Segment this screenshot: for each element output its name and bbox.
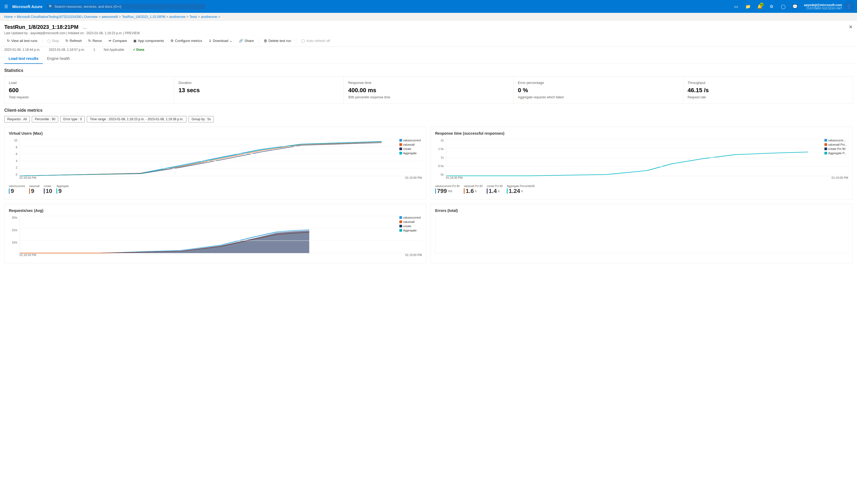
filter-requests[interactable]: Requests : All <box>4 116 30 122</box>
filter-percentile[interactable]: Percentile : 90 <box>32 116 58 122</box>
summary-col4: Not Applicable <box>104 48 124 52</box>
breadcrumb-cloud-testing[interactable]: Microsoft.CloudNativeTesting167321015428… <box>17 15 98 19</box>
stat-error-label: Error percentage <box>518 81 679 85</box>
stats-row: Load 600 Total requests Duration 13 secs… <box>0 76 857 108</box>
auto-refresh-button[interactable]: ◯ Auto refresh off <box>298 37 333 44</box>
breadcrumb-testrun[interactable]: TestRun_1/8/2023_1:15:26PM <box>122 15 165 19</box>
search-bar[interactable]: 🔍 <box>46 3 206 10</box>
directory-icon[interactable]: 📁 <box>743 2 753 11</box>
app-components-button[interactable]: ▣ App components <box>131 37 167 44</box>
toolbar: ↻ View all test runs ▢ Stop ↻ Refresh ↻ … <box>0 35 857 47</box>
vu-metric-valuescurrent: valuescurrent 9 <box>9 185 25 195</box>
chart-virtual-users-title: Virtual Users (Max) <box>9 131 422 135</box>
notification-badge: 13 <box>760 3 763 6</box>
auto-refresh-icon: ◯ <box>301 39 305 43</box>
delete-icon: 🗑 <box>264 39 267 43</box>
chart-rt-legend: valuescurre... valuesall Pct... create P… <box>824 139 847 155</box>
summary-row: 2023-01-08, 1:18:44 p.m. 2023-01-08, 1:1… <box>0 47 857 54</box>
rerun-icon: ↻ <box>88 39 91 43</box>
vu-metric-aggregate: Aggregate 9 <box>56 185 69 195</box>
chart-rps-y-labels: 20/s 15/s 10/s <box>9 216 18 253</box>
cloud-shell-icon[interactable]: ▭ <box>732 2 741 11</box>
rerun-button[interactable]: ↻ Rerun <box>85 37 104 44</box>
view-all-button[interactable]: ↻ View all test runs <box>4 37 40 44</box>
user-name: aayodeji@microsoft.com <box>804 3 842 7</box>
search-input[interactable] <box>54 4 203 9</box>
filter-error-type[interactable]: Error type : 0 <box>61 116 85 122</box>
nav-icons: ▭ 📁 🔔 13 ⚙ ◯ 💬 aayodeji@microsoft.com CU… <box>732 2 854 11</box>
filter-group-by[interactable]: Group by : 5s <box>189 116 214 122</box>
download-button[interactable]: ⇓ Download ⌄ <box>206 37 235 44</box>
chart-response-time-area: 2s 1.5s 1s 0.5s 0s <box>435 139 848 182</box>
chart-virtual-users-area: 10 8 6 4 2 0 <box>9 139 422 182</box>
notifications-icon[interactable]: 🔔 13 <box>755 2 764 11</box>
chart-vu-metrics: valuescurrent 9 valuesall 9 create <box>9 185 422 195</box>
share-button[interactable]: 🔗 Share <box>236 37 256 44</box>
breadcrumb-home[interactable]: Home <box>4 15 13 19</box>
more-button[interactable]: ... <box>83 24 87 30</box>
share-icon: 🔗 <box>239 39 243 43</box>
filter-row: Requests : All Percentile : 90 Error typ… <box>4 116 853 122</box>
summary-date1: 2023-01-08, 1:18:44 p.m. <box>4 48 40 52</box>
rt-metric-valuesall: valuesall Pct 90 1.6 s <box>464 185 483 195</box>
done-checkmark-icon: ✓ <box>133 48 135 52</box>
chart-rt-metrics: valuescurrent Pct 90 799 ms valuesall Pc… <box>435 185 848 195</box>
chart-errors-plot <box>435 216 848 253</box>
chart-virtual-users: Virtual Users (Max) 10 8 6 4 2 0 <box>4 127 426 200</box>
rt-metric-valuescurrent: valuescurrent Pct 90 799 ms <box>435 185 459 195</box>
stat-error-sublabel: Aggregate requests which failed <box>518 96 679 99</box>
stat-duration-value: 13 secs <box>179 87 339 94</box>
chart-requests-sec-area: 20/s 15/s 10/s <box>9 216 422 259</box>
tabs: Load test results Engine health <box>0 54 857 64</box>
user-role: CUSTOMER SUCCESS UNIT <box>806 7 842 10</box>
chart-rt-y-labels: 2s 1.5s 1s 0.5s 0s <box>435 139 445 176</box>
charts-grid: Virtual Users (Max) 10 8 6 4 2 0 <box>4 127 853 263</box>
chart-rps-legend: valuescurrent valuesall create Aggregate <box>399 216 421 232</box>
stat-response-label: Response time <box>348 81 509 85</box>
stop-icon: ▢ <box>47 39 50 43</box>
stop-button[interactable]: ▢ Stop <box>45 37 62 44</box>
stat-response-time: Response time 400.00 ms 90th percentile … <box>343 76 514 104</box>
chart-response-time-title: Response time (successful responses) <box>435 131 848 135</box>
close-button[interactable]: ✕ <box>849 24 853 30</box>
chart-response-time: Response time (successful responses) 2s … <box>431 127 853 200</box>
breadcrumb-anotherone1[interactable]: anotherone <box>169 15 186 19</box>
breadcrumb-awesomeit[interactable]: awesomeItt <box>102 15 118 19</box>
summary-status: ✓ Done <box>133 48 144 52</box>
page-subtitle: Last Updated by : aayodeji@microsoft.com… <box>4 31 140 35</box>
configure-metrics-button[interactable]: ⚙ Configure metrics <box>168 37 205 44</box>
stat-duration-label: Duration <box>179 81 339 85</box>
chart-errors-area <box>435 216 848 259</box>
tab-engine-health[interactable]: Engine health <box>43 54 74 64</box>
avatar-icon[interactable]: 👤 <box>844 2 854 11</box>
hamburger-icon[interactable]: ☰ <box>3 3 9 10</box>
page-title: TestRun_1/8/2023_1:18:21PM <box>4 24 79 30</box>
download-icon: ⇓ <box>209 39 212 43</box>
view-all-icon: ↻ <box>7 39 10 43</box>
filter-time-range[interactable]: Time range : 2023-01-08, 1:18:23 p.m. - … <box>87 116 186 122</box>
breadcrumb-tests[interactable]: Tests <box>189 15 197 19</box>
rt-metric-aggregate: Aggregate Percentile90 1.24 s <box>507 185 535 195</box>
stat-load-label: Load <box>9 81 170 85</box>
azure-logo: Microsoft Azure <box>12 4 43 9</box>
download-chevron-icon: ⌄ <box>230 39 232 43</box>
client-metrics-section: Client-side metrics Requests : All Perce… <box>0 108 857 263</box>
chart-requests-sec: Requests/sec (Avg) 20/s 15/s 10/s <box>4 204 426 263</box>
settings-icon[interactable]: ⚙ <box>767 2 776 11</box>
stat-response-value: 400.00 ms <box>348 87 509 94</box>
chart-rt-x-labels: 01:18:30 PM 01:19:00 PM <box>446 176 848 182</box>
chart-errors-title: Errors (total) <box>435 208 848 213</box>
feedback-icon[interactable]: 💬 <box>790 2 800 11</box>
compare-button[interactable]: ⇌ Compare <box>106 37 130 44</box>
chart-vu-plot: valuescurrent valuesall create Aggregate <box>19 139 422 176</box>
stat-throughput-sublabel: Request rate <box>688 96 848 99</box>
stat-error-value: 0 % <box>518 87 679 94</box>
breadcrumb-anotherone2[interactable]: anotherone <box>201 15 217 19</box>
vu-metric-valuesall: valuesall 9 <box>29 185 39 195</box>
refresh-button[interactable]: ↻ Refresh <box>63 37 85 44</box>
delete-button[interactable]: 🗑 Delete test run <box>261 37 294 44</box>
chart-rt-plot: valuescurre... valuesall Pct... create P… <box>446 139 848 176</box>
tab-load-test-results[interactable]: Load test results <box>4 54 43 64</box>
help-icon[interactable]: ◯ <box>778 2 788 11</box>
user-info[interactable]: aayodeji@microsoft.com CUSTOMER SUCCESS … <box>804 3 842 10</box>
